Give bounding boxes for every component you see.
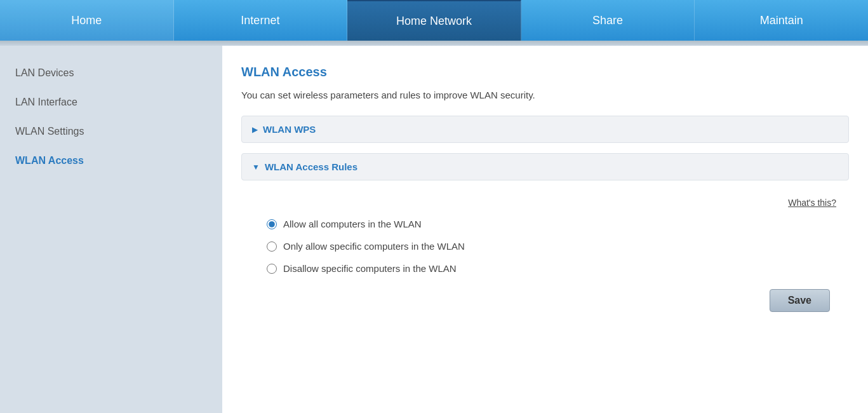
- nav-home[interactable]: Home: [0, 0, 174, 41]
- radio-disallow-specific-input[interactable]: [267, 264, 277, 274]
- wlan-access-rules-content: What's this? Allow all computers in the …: [241, 191, 849, 325]
- save-button[interactable]: Save: [770, 289, 830, 312]
- sidebar-item-wlan-settings[interactable]: WLAN Settings: [0, 117, 222, 146]
- whats-this-container: What's this?: [254, 197, 836, 208]
- nav-internet[interactable]: Internet: [174, 0, 348, 41]
- sidebar-item-wlan-access[interactable]: WLAN Access: [0, 146, 222, 175]
- main-content: WLAN Access You can set wireless paramet…: [222, 46, 868, 413]
- page-title: WLAN Access: [241, 65, 849, 79]
- sidebar: LAN Devices LAN Interface WLAN Settings …: [0, 46, 222, 413]
- wlan-access-rules-arrow: ▼: [252, 163, 260, 172]
- wlan-access-rules-section-header[interactable]: ▼ WLAN Access Rules: [241, 153, 849, 180]
- whats-this-link[interactable]: What's this?: [788, 198, 836, 208]
- nav-maintain[interactable]: Maintain: [695, 0, 868, 41]
- page-description: You can set wireless parameters and rule…: [241, 90, 849, 100]
- nav-separator: [0, 41, 868, 46]
- radio-allow-all-label: Allow all computers in the WLAN: [283, 219, 422, 229]
- nav-share[interactable]: Share: [521, 0, 695, 41]
- top-navigation: Home Internet Home Network Share Maintai…: [0, 0, 868, 41]
- nav-home-network[interactable]: Home Network: [347, 0, 521, 41]
- sidebar-item-lan-devices[interactable]: LAN Devices: [0, 58, 222, 88]
- radio-allow-specific-label: Only allow specific computers in the WLA…: [283, 241, 465, 252]
- wlan-wps-arrow: ▶: [252, 125, 258, 134]
- main-layout: LAN Devices LAN Interface WLAN Settings …: [0, 46, 868, 413]
- access-rule-radio-group: Allow all computers in the WLAN Only all…: [254, 219, 836, 274]
- wlan-wps-title: WLAN WPS: [263, 124, 316, 135]
- save-area: Save: [254, 289, 836, 312]
- wlan-access-rules-title: WLAN Access Rules: [265, 161, 357, 172]
- radio-allow-all[interactable]: Allow all computers in the WLAN: [267, 219, 836, 229]
- wlan-wps-section-header[interactable]: ▶ WLAN WPS: [241, 116, 849, 143]
- radio-allow-all-input[interactable]: [267, 219, 277, 229]
- radio-disallow-specific-label: Disallow specific computers in the WLAN: [283, 263, 457, 274]
- radio-allow-specific[interactable]: Only allow specific computers in the WLA…: [267, 241, 836, 252]
- radio-allow-specific-input[interactable]: [267, 241, 277, 252]
- sidebar-item-lan-interface[interactable]: LAN Interface: [0, 88, 222, 117]
- radio-disallow-specific[interactable]: Disallow specific computers in the WLAN: [267, 263, 836, 274]
